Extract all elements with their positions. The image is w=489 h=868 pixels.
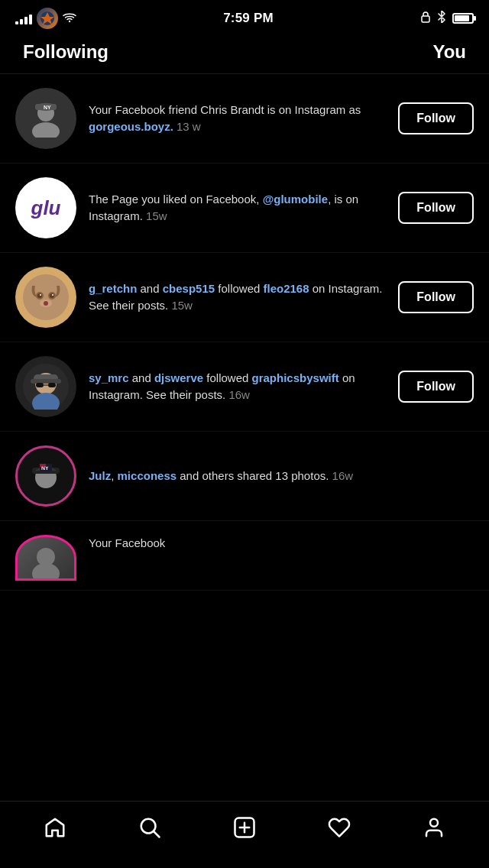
nav-profile[interactable] <box>415 811 453 844</box>
svg-point-16 <box>52 294 53 296</box>
page-header: Following You <box>0 34 489 74</box>
svg-point-39 <box>430 818 438 826</box>
notification-user-5a[interactable]: Julz <box>89 469 111 482</box>
signal-bar-4 <box>29 15 32 24</box>
follow-button-3[interactable]: Follow <box>398 281 474 313</box>
notification-item-6: Your Facebook <box>0 521 489 591</box>
avatar-1: NY <box>15 88 76 149</box>
svg-rect-31 <box>46 464 52 467</box>
notification-item-3: g_retchn and cbesp515 followed fleo2168 … <box>0 253 489 342</box>
svg-point-11 <box>37 293 42 298</box>
notification-time-4: 16w <box>225 388 250 401</box>
notification-and-3: and <box>137 282 162 295</box>
notification-link-1[interactable]: gorgeous.boyz. <box>89 120 173 133</box>
svg-point-8 <box>23 274 69 320</box>
notification-content-6: Your Facebook <box>89 535 474 552</box>
notification-user-3a[interactable]: g_retchn <box>89 282 137 295</box>
notification-user-4c[interactable]: graphicsbyswift <box>252 371 339 384</box>
glu-logo-text: glu <box>31 196 61 220</box>
avatar-6 <box>15 535 76 581</box>
svg-point-14 <box>44 301 48 306</box>
signal-bar-1 <box>15 21 18 24</box>
avatar-3 <box>15 267 76 328</box>
notification-suffix-5: and others shared 13 photos. <box>176 469 329 482</box>
notification-time-5: 16w <box>329 469 353 482</box>
notification-user-5b[interactable]: micconess <box>118 469 177 482</box>
wifi-icon <box>63 12 76 25</box>
notification-prefix-6: Your Facebook <box>89 536 165 549</box>
svg-point-4 <box>32 122 60 138</box>
notification-content-3: g_retchn and cbesp515 followed fleo2168 … <box>89 280 386 315</box>
notification-content-2: The Page you liked on Facebook, @glumobi… <box>89 191 386 225</box>
notification-item-4: sy_mrc and djswerve followed graphicsbys… <box>0 342 489 432</box>
app-icon <box>37 8 58 29</box>
notification-comma-5: , <box>111 469 117 482</box>
svg-point-15 <box>40 294 41 296</box>
notification-followed-3: followed <box>215 282 263 295</box>
notification-followed-4: followed <box>203 371 251 384</box>
avatar-5: NY <box>15 445 76 507</box>
notification-user-4a[interactable]: sy_mrc <box>89 371 129 384</box>
avatar-4 <box>15 356 76 417</box>
notification-text-4: sy_mrc and djswerve followed graphicsbys… <box>89 370 386 404</box>
notification-user-3b[interactable]: cbesp515 <box>163 282 215 295</box>
svg-rect-22 <box>48 383 56 387</box>
svg-point-33 <box>32 563 60 580</box>
notification-item-1: NY Your Facebook friend Chris Brandt is … <box>0 74 489 164</box>
notification-time-3: 15w <box>168 299 193 312</box>
follow-button-1[interactable]: Follow <box>398 102 474 134</box>
follow-button-4[interactable]: Follow <box>398 371 474 403</box>
battery-icon <box>452 13 474 24</box>
nav-activity[interactable] <box>320 811 358 844</box>
avatar-2: glu <box>15 177 76 238</box>
notification-user-4b[interactable]: djswerve <box>154 371 203 384</box>
svg-point-1 <box>69 20 70 21</box>
notification-prefix-1: Your Facebook friend Chris Brandt is on … <box>89 103 361 116</box>
svg-rect-21 <box>36 383 44 387</box>
notification-text-3: g_retchn and cbesp515 followed fleo2168 … <box>89 280 386 315</box>
notification-item-2: glu The Page you liked on Facebook, @glu… <box>0 164 489 253</box>
header-following: Following <box>23 41 108 63</box>
signal-bars <box>15 12 32 24</box>
notification-item-5: NY Julz, micconess and others shared 13 … <box>0 432 489 521</box>
notification-time-1: 13 w <box>173 120 201 133</box>
nav-search[interactable] <box>131 811 169 844</box>
notification-time-2: 15w <box>143 209 167 222</box>
nav-home[interactable] <box>36 811 74 844</box>
nav-add[interactable] <box>225 811 264 844</box>
bluetooth-icon <box>437 11 446 26</box>
svg-point-12 <box>50 293 54 298</box>
svg-text:NY: NY <box>44 105 51 110</box>
lock-icon <box>420 11 431 26</box>
status-right <box>420 11 474 26</box>
notification-content-5: Julz, micconess and others shared 13 pho… <box>89 468 474 485</box>
svg-rect-20 <box>31 379 61 384</box>
bottom-nav <box>0 801 489 868</box>
status-time: 7:59 PM <box>223 11 274 26</box>
notification-prefix-2: The Page you liked on Facebook, <box>89 193 263 206</box>
header-you: You <box>432 41 466 63</box>
follow-button-2[interactable]: Follow <box>398 192 474 224</box>
notification-content-1: Your Facebook friend Chris Brandt is on … <box>89 102 386 136</box>
svg-line-35 <box>154 831 160 837</box>
notification-text-6: Your Facebook <box>89 535 474 552</box>
notification-link-2[interactable]: @glumobile <box>263 193 328 206</box>
notification-text-1: Your Facebook friend Chris Brandt is on … <box>89 102 386 136</box>
notification-feed: NY Your Facebook friend Chris Brandt is … <box>0 74 489 658</box>
status-left <box>15 8 76 29</box>
notification-text-5: Julz, micconess and others shared 13 pho… <box>89 468 474 485</box>
notification-user-3c[interactable]: fleo2168 <box>264 282 309 295</box>
svg-rect-2 <box>422 16 429 22</box>
notification-content-4: sy_mrc and djswerve followed graphicsbys… <box>89 370 386 404</box>
notification-and-4: and <box>129 371 154 384</box>
signal-bar-3 <box>24 17 28 24</box>
signal-bar-2 <box>20 19 23 24</box>
notification-text-2: The Page you liked on Facebook, @glumobi… <box>89 191 386 225</box>
status-bar: 7:59 PM <box>0 0 489 34</box>
svg-rect-30 <box>40 464 46 467</box>
